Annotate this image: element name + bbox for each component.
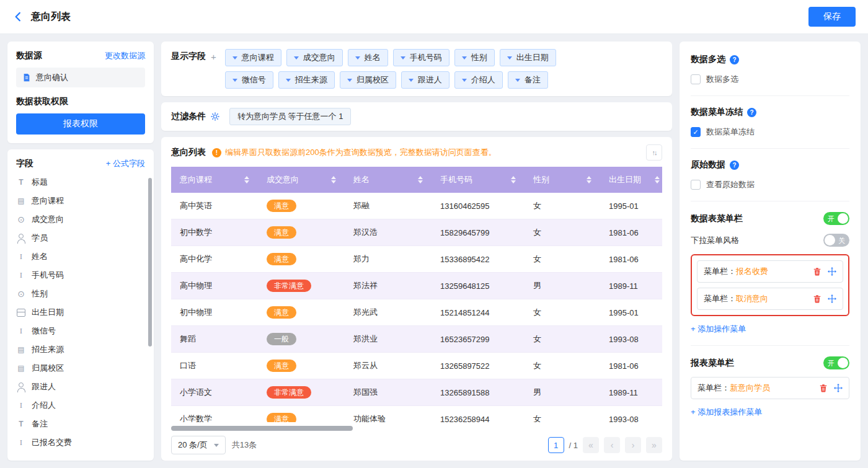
table-row[interactable]: 高中英语 满意 郑融 13160462595 女 1995-01 bbox=[171, 193, 662, 219]
display-field-chip[interactable]: 跟进人 bbox=[401, 71, 450, 89]
table-row[interactable]: 小学数学 满意 功能体验 15236258944 女 1993-08 bbox=[171, 406, 662, 422]
display-field-chip[interactable]: 意向课程 bbox=[225, 49, 281, 66]
table-column-header[interactable]: 出生日期 bbox=[600, 167, 662, 193]
help-icon[interactable] bbox=[730, 161, 739, 170]
add-operation-menu-link[interactable]: + 添加操作菜单 bbox=[691, 324, 746, 335]
table-column-header[interactable]: 性别 bbox=[525, 167, 600, 193]
display-field-chip[interactable]: 姓名 bbox=[348, 49, 388, 66]
table-row[interactable]: 初中物理 满意 郑光武 15214851244 女 1995-01 bbox=[171, 299, 662, 326]
field-item[interactable]: 手机号码 bbox=[16, 266, 145, 285]
first-page-button[interactable] bbox=[583, 437, 599, 453]
display-field-chip[interactable]: 微信号 bbox=[225, 71, 273, 89]
checkbox-unchecked[interactable] bbox=[691, 180, 701, 190]
table-column-header[interactable]: 手机号码 bbox=[432, 167, 525, 193]
field-type-icon bbox=[16, 382, 26, 392]
column-sort-icon[interactable] bbox=[244, 176, 249, 183]
add-report-menu-link[interactable]: + 添加报表操作菜单 bbox=[691, 407, 762, 418]
display-field-chip[interactable]: 出生日期 bbox=[500, 49, 556, 66]
display-field-chip[interactable]: 成交意向 bbox=[286, 49, 343, 66]
table-row[interactable]: 口语 满意 郑云从 13265897522 女 1981-06 bbox=[171, 353, 662, 379]
table-row[interactable]: 初中数学 满意 郑汉浩 15829645799 女 1981-06 bbox=[171, 219, 662, 246]
column-sort-icon[interactable] bbox=[511, 176, 516, 183]
menu-item-value[interactable]: 新意向学员 bbox=[730, 382, 770, 394]
field-item[interactable]: 出生日期 bbox=[16, 303, 145, 322]
display-field-chip[interactable]: 归属校区 bbox=[340, 71, 396, 89]
report-menu-toggle[interactable]: 开 bbox=[823, 356, 849, 369]
field-item[interactable]: 介绍人 bbox=[16, 396, 145, 415]
formula-field-link[interactable]: + 公式字段 bbox=[106, 158, 145, 169]
cell-gender: 女 bbox=[525, 353, 600, 379]
checkbox-unchecked[interactable] bbox=[691, 74, 701, 84]
last-page-button[interactable] bbox=[646, 437, 662, 453]
delete-icon[interactable] bbox=[813, 267, 822, 276]
move-icon[interactable] bbox=[834, 384, 843, 392]
move-icon[interactable] bbox=[828, 267, 836, 276]
filter-condition-chip[interactable]: 转为意向学员 等于任意一个 1 bbox=[229, 108, 351, 125]
display-chip-row-1: 意向课程 成交意向 姓名 bbox=[225, 49, 556, 66]
delete-icon[interactable] bbox=[813, 294, 822, 303]
help-icon[interactable] bbox=[730, 55, 739, 64]
menu-freeze-checkbox-row[interactable]: 数据菜单冻结 bbox=[691, 126, 849, 138]
column-sort-icon[interactable] bbox=[655, 176, 660, 183]
intent-badge: 满意 bbox=[267, 360, 296, 372]
field-item[interactable]: 意向课程 bbox=[16, 192, 145, 210]
table-body: 高中英语 满意 郑融 13160462595 女 1995-01 初中数学 满意 bbox=[171, 193, 662, 422]
table-column-header[interactable]: 意向课程 bbox=[171, 167, 258, 193]
column-sort-icon[interactable] bbox=[418, 176, 423, 183]
display-field-chip[interactable]: 手机号码 bbox=[393, 49, 450, 66]
field-item[interactable]: 学员 bbox=[16, 229, 145, 247]
cell-gender: 女 bbox=[525, 326, 600, 352]
dropdown-style-toggle[interactable]: 关 bbox=[823, 234, 849, 247]
table-row[interactable]: 舞蹈 一般 郑洪业 16523657299 女 1993-08 bbox=[171, 326, 662, 353]
field-item[interactable]: 归属校区 bbox=[16, 359, 145, 377]
menu-item-value[interactable]: 报名收费 bbox=[736, 266, 768, 277]
field-item[interactable]: 跟进人 bbox=[16, 377, 145, 396]
multi-select-checkbox-row[interactable]: 数据多选 bbox=[691, 74, 849, 85]
help-icon[interactable] bbox=[747, 108, 756, 117]
field-item[interactable]: 微信号 bbox=[16, 322, 145, 340]
scrollbar-thumb[interactable] bbox=[171, 426, 353, 431]
table-row[interactable]: 小学语文 非常满意 郑国强 13265891588 男 1989-11 bbox=[171, 379, 662, 406]
report-permission-button[interactable]: 报表权限 bbox=[16, 113, 145, 135]
menu-item-value[interactable]: 取消意向 bbox=[736, 293, 768, 304]
menu-bar-item[interactable]: 菜单栏： 取消意向 bbox=[697, 288, 843, 310]
change-datasource-link[interactable]: 更改数据源 bbox=[105, 50, 145, 61]
table-menu-toggle[interactable]: 开 bbox=[823, 212, 849, 225]
move-icon[interactable] bbox=[828, 294, 836, 303]
field-item[interactable]: 成交意向 bbox=[16, 210, 145, 229]
table-sort-order-button[interactable] bbox=[646, 144, 662, 161]
display-field-chip[interactable]: 性别 bbox=[454, 49, 495, 66]
table-column-header[interactable]: 姓名 bbox=[345, 167, 432, 193]
field-item[interactable]: 标题 bbox=[16, 173, 145, 192]
prev-page-button[interactable] bbox=[604, 437, 620, 453]
column-sort-icon[interactable] bbox=[331, 176, 336, 183]
field-item[interactable]: 招生来源 bbox=[16, 340, 145, 359]
field-item[interactable]: 备注 bbox=[16, 415, 145, 433]
table-horizontal-scrollbar[interactable] bbox=[171, 426, 662, 431]
add-display-field-button[interactable]: + bbox=[211, 52, 216, 61]
gear-icon[interactable] bbox=[211, 112, 219, 121]
page-size-select[interactable]: 20 条/页 bbox=[171, 436, 226, 454]
back-button[interactable] bbox=[12, 11, 24, 22]
field-item[interactable]: 已报名交费 bbox=[16, 433, 145, 452]
column-sort-icon[interactable] bbox=[587, 176, 591, 183]
table-menu-title: 数据表菜单栏 bbox=[691, 213, 743, 224]
menu-bar-item[interactable]: 菜单栏： 新意向学员 bbox=[691, 377, 849, 399]
save-button[interactable]: 保存 bbox=[808, 7, 856, 27]
datasource-item[interactable]: 意向确认 bbox=[16, 68, 145, 87]
delete-icon[interactable] bbox=[819, 384, 828, 392]
field-item[interactable]: 姓名 bbox=[16, 247, 145, 266]
table-row[interactable]: 高中物理 非常满意 郑法祥 13259648125 男 1989-11 bbox=[171, 273, 662, 299]
next-page-button[interactable] bbox=[625, 437, 641, 453]
menu-bar-item[interactable]: 菜单栏： 报名收费 bbox=[697, 260, 843, 283]
table-column-header[interactable]: 成交意向 bbox=[258, 167, 345, 193]
checkbox-checked[interactable] bbox=[691, 127, 701, 137]
current-page-input[interactable]: 1 bbox=[548, 437, 564, 453]
table-row[interactable]: 高中化学 满意 郑力 15336895422 女 1981-06 bbox=[171, 246, 662, 273]
raw-data-checkbox-row[interactable]: 查看原始数据 bbox=[691, 179, 849, 190]
fields-scrollbar[interactable] bbox=[148, 178, 152, 347]
display-field-chip[interactable]: 介绍人 bbox=[454, 71, 503, 89]
field-item[interactable]: 性别 bbox=[16, 285, 145, 303]
display-field-chip[interactable]: 招生来源 bbox=[278, 71, 335, 89]
display-field-chip[interactable]: 备注 bbox=[508, 71, 548, 89]
